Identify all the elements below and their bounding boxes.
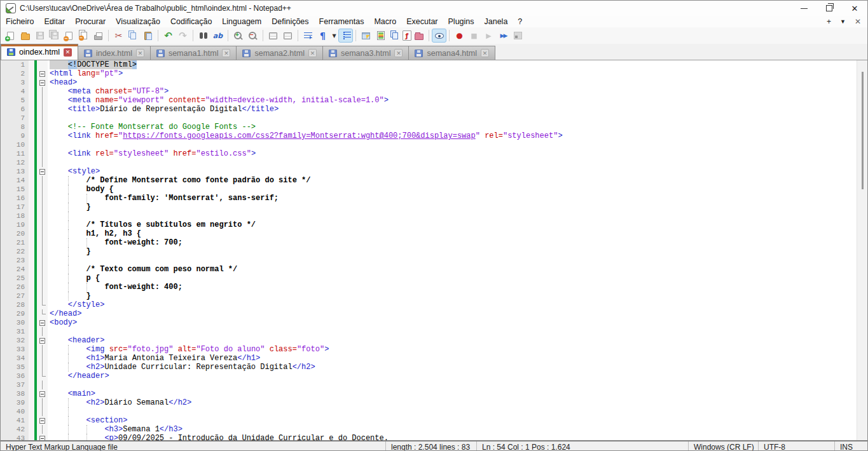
code-text[interactable] [48,114,867,123]
bookmark-margin[interactable] [29,158,34,167]
tab-list-button[interactable]: ▼ [840,18,846,25]
bookmark-margin[interactable] [29,380,34,389]
bookmark-margin[interactable] [29,336,34,345]
fold-collapse-icon[interactable] [39,80,45,86]
tab-close-icon[interactable]: ✕ [64,48,72,57]
bookmark-margin[interactable] [29,416,34,425]
fold-margin[interactable] [37,105,48,114]
code-text[interactable]: /* Títulos e subtítulos em negrito */ [48,220,867,229]
bookmark-margin[interactable] [29,292,34,300]
code-text[interactable]: <h1>Maria Antonia Teixeira Vereza</h1> [48,354,867,363]
tab-semana4-html[interactable]: semana4.html✕ [409,46,495,60]
code-text[interactable]: <head> [48,78,867,87]
fold-collapse-icon[interactable] [39,338,45,344]
code-editor[interactable]: 1 <!DOCTYPE html>2<html lang="pt">3<head… [1,60,867,441]
code-text[interactable]: font-weight: 400; [48,283,867,292]
menu-item-janela[interactable]: Janela [479,16,513,27]
show-all-characters-icon[interactable]: ¶ [315,29,330,43]
code-text[interactable]: /* Define Montserrat como fonte padrão d… [48,176,867,185]
bookmark-margin[interactable] [29,238,34,247]
minimize-button[interactable] [791,1,816,16]
fold-margin[interactable] [37,60,48,69]
bookmark-margin[interactable] [29,345,34,354]
bookmark-margin[interactable] [29,69,34,78]
code-text[interactable] [48,140,867,149]
function-list-icon[interactable]: ƒ [403,30,411,41]
bookmark-margin[interactable] [29,176,34,185]
fold-margin[interactable] [37,220,48,229]
bookmark-margin[interactable] [29,372,34,380]
restore-button[interactable] [816,1,842,16]
fold-margin[interactable] [37,194,48,203]
fold-margin[interactable] [37,96,48,105]
menu-item-macro[interactable]: Macro [369,16,401,27]
fold-margin[interactable] [37,327,48,336]
vertical-scrollbar[interactable] [857,60,867,440]
tab-semana1-html[interactable]: semana1.html✕ [151,46,237,60]
undo-icon[interactable]: ↶ [161,29,176,43]
bookmark-margin[interactable] [29,87,34,96]
code-text[interactable]: <h2>Diário Semanal</h2> [48,398,867,407]
code-text[interactable]: </header> [48,372,867,380]
code-text[interactable] [48,407,867,416]
bookmark-margin[interactable] [29,203,34,212]
fold-margin[interactable] [37,140,48,149]
fold-margin[interactable] [37,425,48,434]
tab-close-icon[interactable]: ✕ [481,49,489,57]
fold-margin[interactable] [37,203,48,212]
bookmark-margin[interactable] [29,425,34,434]
menu-item-ficheiro[interactable]: Ficheiro [1,16,39,27]
fold-margin[interactable] [37,69,48,78]
bookmark-margin[interactable] [29,140,34,149]
bookmark-margin[interactable] [29,309,34,318]
bookmark-margin[interactable] [29,327,34,336]
close-file-icon[interactable]: − [62,29,76,43]
fold-margin[interactable] [37,167,48,176]
fold-margin[interactable] [37,372,48,380]
code-text[interactable]: /* Texto comum com peso normal */ [48,265,867,274]
fold-margin[interactable] [37,274,48,283]
fold-margin[interactable] [37,318,48,327]
bookmark-margin[interactable] [29,256,34,265]
fold-margin[interactable] [37,309,48,318]
code-text[interactable]: <link rel="stylesheet" href="estilo.css"… [48,149,867,158]
bookmark-margin[interactable] [29,96,34,105]
code-text[interactable]: font-family: 'Montserrat', sans-serif; [48,194,867,203]
fold-margin[interactable] [37,292,48,300]
fold-margin[interactable] [37,256,48,265]
code-text[interactable]: } [48,292,867,300]
code-text[interactable]: <link href="https://fonts.googleapis.com… [48,131,867,140]
bookmark-margin[interactable] [29,398,34,407]
code-text[interactable] [48,256,867,265]
code-text[interactable]: font-weight: 700; [48,238,867,247]
document-list-icon[interactable] [388,29,403,43]
code-text[interactable]: <header> [48,336,867,345]
tab-oindex-html[interactable]: oindex.html✕ [1,44,78,60]
bookmark-margin[interactable] [29,60,34,69]
bookmark-margin[interactable] [29,105,34,114]
code-text[interactable]: <meta charset="UTF-8"> [48,87,867,96]
fold-collapse-icon[interactable] [39,436,45,441]
code-text[interactable]: <img src="foto.jpg" alt="Foto do aluno" … [48,345,867,354]
save-file-icon[interactable] [32,29,47,43]
close-button[interactable]: ✕ [842,1,867,16]
fold-margin[interactable] [37,265,48,274]
macro-run-multiple-icon[interactable]: ▶▶ [496,29,511,43]
code-text[interactable] [48,327,867,336]
tab-semana3-html[interactable]: semana3.html✕ [323,46,410,60]
code-text[interactable] [48,212,867,220]
menu-item-plugins[interactable]: Plugins [443,16,479,27]
paste-icon[interactable] [141,29,155,43]
fold-margin[interactable] [37,416,48,425]
bookmark-margin[interactable] [29,212,34,220]
fold-margin[interactable] [37,114,48,123]
code-text[interactable] [48,380,867,389]
fold-margin[interactable] [37,158,48,167]
fold-collapse-icon[interactable] [39,418,45,424]
monitoring-eye-icon[interactable] [432,29,446,43]
fold-margin[interactable] [37,354,48,363]
code-text[interactable]: <p>09/09/2025 - Introdução da Unidade Cu… [48,434,867,441]
tab-close-icon[interactable]: ✕ [136,49,144,57]
code-text[interactable]: p { [48,274,867,283]
bookmark-margin[interactable] [29,283,34,292]
